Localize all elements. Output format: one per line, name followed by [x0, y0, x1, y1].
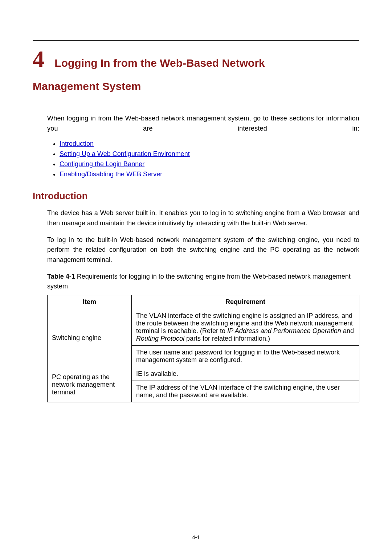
cell-req-credentials: The user name and password for logging i… [131, 346, 359, 367]
cell-req-ip-user-pass: The IP address of the VLAN interface of … [131, 381, 359, 402]
table-row: PC operating as the network management t… [48, 367, 359, 381]
table-caption-text: Requirements for logging in to the switc… [47, 273, 351, 290]
document-page: 4 Logging In from the Web-Based Network … [0, 0, 392, 554]
cell-item-pc-terminal: PC operating as the network management t… [48, 367, 132, 402]
chapter-title: 4 Logging In from the Web-Based Network … [33, 41, 359, 95]
cell-text: parts for related information.) [184, 335, 270, 342]
requirements-table: Item Requirement Switching engine The VL… [47, 295, 359, 402]
toc-item: Enabling/Disabling the WEB Server [60, 169, 359, 180]
link-config-login-banner[interactable]: Configuring the Login Banner [60, 160, 144, 168]
table-header-row: Item Requirement [48, 295, 359, 309]
section-heading-introduction: Introduction [33, 190, 359, 202]
body-paragraph-1: The device has a Web server built in. It… [47, 208, 359, 229]
cell-text: and [341, 327, 354, 335]
th-item: Item [48, 295, 132, 309]
chapter-title-line2: Management System [33, 80, 141, 92]
th-requirement: Requirement [131, 295, 359, 309]
toc-item: Setting Up a Web Configuration Environme… [60, 149, 359, 159]
cell-item-switching-engine: Switching engine [48, 309, 132, 367]
body-paragraph-2: To log in to the built-in Web-based netw… [47, 235, 359, 266]
page-number: 4-1 [0, 534, 392, 540]
table-caption: Table 4-1 Requirements for logging in to… [47, 272, 359, 291]
cell-req-ie: IE is available. [131, 367, 359, 381]
chapter-title-line1: Logging In from the Web-Based Network [54, 57, 265, 69]
link-enable-disable-web-server[interactable]: Enabling/Disabling the WEB Server [60, 171, 162, 178]
toc-item: Configuring the Login Banner [60, 159, 359, 169]
cell-text-italic: IP Address and Performance Operation [227, 327, 341, 335]
rule-bottom [33, 99, 359, 99]
link-setup-web-env[interactable]: Setting Up a Web Configuration Environme… [60, 150, 190, 157]
link-introduction[interactable]: Introduction [60, 140, 94, 147]
toc-item: Introduction [60, 139, 359, 149]
toc-list: Introduction Setting Up a Web Configurat… [47, 139, 359, 180]
intro-paragraph: When logging in from the Web-based netwo… [47, 114, 359, 134]
table-row: Switching engine The VLAN interface of t… [48, 309, 359, 346]
chapter-number: 4 [33, 46, 44, 72]
table-caption-label: Table 4-1 [47, 273, 75, 280]
cell-req-vlan: The VLAN interface of the switching engi… [131, 309, 359, 346]
cell-text-italic: Routing Protocol [136, 335, 184, 342]
